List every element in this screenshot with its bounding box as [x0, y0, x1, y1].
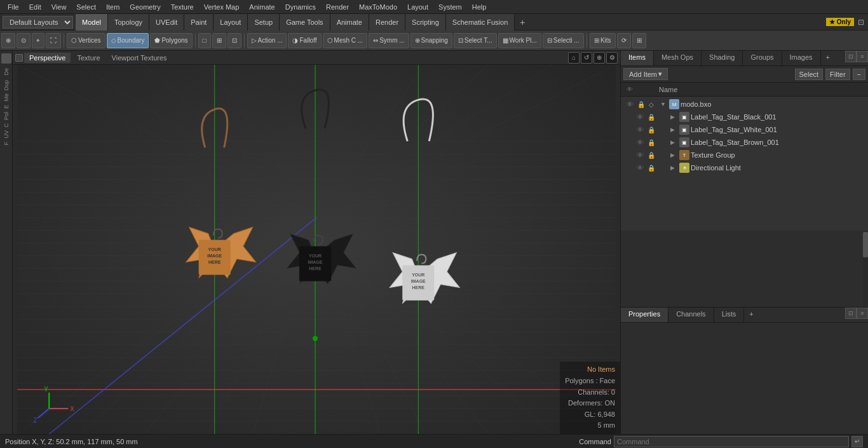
viewport-3d[interactable]: YOUR IMAGE HERE YOUR IMAGE HERE: [13, 65, 620, 434]
eye-icon-black-tag[interactable]: 👁: [634, 113, 646, 121]
paint-btn[interactable]: ⊞: [212, 33, 226, 48]
viewport-rotate-btn[interactable]: ↺: [581, 52, 592, 64]
tab-animate[interactable]: Animate: [330, 14, 369, 31]
bottom-panel-settings-btn[interactable]: ≡: [857, 308, 868, 319]
right-tab-mesh-ops[interactable]: Mesh Ops: [654, 51, 702, 65]
tab-layout[interactable]: Layout: [214, 14, 248, 31]
snapping-btn[interactable]: ⊕ Snapping: [410, 33, 452, 48]
bottom-panel-expand-btn[interactable]: ⊡: [845, 308, 857, 319]
panel-expand-btn[interactable]: ⊡: [845, 51, 857, 62]
grid2-btn[interactable]: ⊞: [632, 33, 646, 48]
menu-vertex-map[interactable]: Vertex Map: [199, 2, 245, 12]
tab-render[interactable]: Render: [369, 14, 405, 31]
action-btn[interactable]: ▷ Action ...: [247, 33, 287, 48]
add-layout-tab-button[interactable]: +: [515, 15, 530, 29]
menu-render[interactable]: Render: [321, 2, 354, 12]
items-scrollbar-thumb[interactable]: [863, 232, 868, 257]
tree-item-modo-bxo[interactable]: 👁 🔒 ◇ ▼ M modo.bxo: [621, 98, 868, 111]
eye-icon-brown-tag[interactable]: 👁: [634, 139, 646, 146]
panel-settings-btn[interactable]: ≡: [857, 51, 868, 62]
layout-dropdown[interactable]: Default Layouts: [3, 16, 73, 29]
menu-system[interactable]: System: [433, 2, 467, 12]
viewport-tab-texture[interactable]: Texture: [72, 53, 105, 63]
tab-setup[interactable]: Setup: [248, 14, 280, 31]
expand-arrow-light[interactable]: ▶: [670, 165, 678, 171]
tab-topology[interactable]: Topology: [108, 14, 149, 31]
maximize-layout-button[interactable]: ⊡: [854, 17, 868, 28]
vertices-btn[interactable]: ⬡ Vertices: [67, 33, 105, 48]
tree-item-black-tag[interactable]: 👁 🔒 ▶ ▣ Label_Tag_Star_Black_001: [621, 111, 868, 123]
sidebar-toggle[interactable]: [1, 53, 11, 64]
right-tab-shading[interactable]: Shading: [702, 51, 743, 65]
grid-btn[interactable]: ⊙: [17, 33, 31, 48]
expand-arrow-modo-bxo[interactable]: ▼: [660, 101, 668, 107]
eye-icon-modo-bxo[interactable]: 👁: [623, 100, 636, 108]
add-bottom-tab-button[interactable]: +: [744, 308, 758, 322]
snap-btn[interactable]: ⌖: [32, 33, 44, 48]
right-tab-groups[interactable]: Groups: [743, 51, 782, 65]
expand-arrow-brown-tag[interactable]: ▶: [670, 139, 678, 146]
boundary-btn[interactable]: ◇ Boundary: [107, 33, 149, 48]
right-tab-items[interactable]: Items: [621, 51, 654, 65]
viewport-tab-perspective[interactable]: Perspective: [24, 53, 71, 63]
falloff-btn[interactable]: ◑ Falloff: [288, 33, 321, 48]
items-filter-button[interactable]: Filter: [825, 69, 850, 80]
menu-file[interactable]: File: [3, 2, 24, 12]
viewport-home-btn[interactable]: ⌂: [568, 52, 580, 64]
viewport-tab-viewport-textures[interactable]: Viewport Textures: [107, 53, 172, 63]
polygons-btn[interactable]: ⬟ Polygons: [150, 33, 192, 48]
menu-texture[interactable]: Texture: [166, 2, 199, 12]
loop-btn[interactable]: ⊡: [227, 33, 241, 48]
tab-paint[interactable]: Paint: [184, 14, 214, 31]
menu-view[interactable]: View: [46, 2, 72, 12]
items-minus-button[interactable]: −: [853, 69, 865, 80]
tab-scripting[interactable]: Scripting: [405, 14, 446, 31]
right-tab-images[interactable]: Images: [782, 51, 821, 65]
tree-item-light[interactable]: 👁 🔒 ▶ ☀ Directional Light: [621, 161, 868, 174]
viewport-zoom-btn[interactable]: ⊕: [593, 52, 605, 64]
command-input[interactable]: [614, 436, 849, 447]
menu-select[interactable]: Select: [71, 2, 101, 12]
menu-dynamics[interactable]: Dynamics: [280, 2, 321, 12]
tree-item-brown-tag[interactable]: 👁 🔒 ▶ ▣ Label_Tag_Star_Brown_001: [621, 136, 868, 149]
right-bottom-tab-lists[interactable]: Lists: [714, 308, 745, 322]
select-tools-btn[interactable]: ⊡ Select T...: [454, 33, 497, 48]
eye-icon-texture-group[interactable]: 👁: [634, 151, 646, 159]
menu-item[interactable]: Item: [101, 2, 125, 12]
menu-edit[interactable]: Edit: [24, 2, 46, 12]
add-item-button[interactable]: Add Item ▾: [623, 68, 668, 80]
menu-geometry[interactable]: Geometry: [125, 2, 165, 12]
tree-item-white-tag[interactable]: 👁 🔒 ▶ ▣ Label_Tag_Star_White_001: [621, 123, 868, 136]
right-bottom-tab-properties[interactable]: Properties: [621, 308, 668, 322]
selection-btn[interactable]: ⊟ Selecti ...: [543, 33, 584, 48]
right-bottom-tab-channels[interactable]: Channels: [668, 308, 714, 322]
menu-layout[interactable]: Layout: [402, 2, 433, 12]
tab-model[interactable]: Model: [76, 14, 108, 31]
kits-btn[interactable]: ⊞ Kits: [590, 33, 616, 48]
menu-animate[interactable]: Animate: [244, 2, 280, 12]
tab-uvedit[interactable]: UVEdit: [149, 14, 184, 31]
expand-arrow-black-tag[interactable]: ▶: [670, 114, 678, 120]
toggle-btn[interactable]: ⊕: [1, 33, 15, 48]
expand-arrow-texture-group[interactable]: ▶: [670, 152, 678, 158]
workplane-btn[interactable]: ⛶: [46, 33, 61, 48]
menu-help[interactable]: Help: [467, 2, 492, 12]
mesh-btn[interactable]: ⬡ Mesh C ...: [323, 33, 368, 48]
items-scrollbar[interactable]: [863, 231, 868, 307]
work-plane-btn[interactable]: ▦ Work Pl...: [498, 33, 541, 48]
viewport-settings-btn[interactable]: ⚙: [606, 52, 618, 64]
command-enter-button[interactable]: ↵: [851, 436, 863, 447]
refresh-btn[interactable]: ⟳: [617, 33, 631, 48]
select-mode-btn[interactable]: □: [198, 33, 211, 48]
items-select-button[interactable]: Select: [795, 69, 824, 80]
tab-game-tools[interactable]: Game Tools: [280, 14, 330, 31]
add-right-tab-button[interactable]: +: [821, 51, 835, 65]
only-badge[interactable]: ★ Only: [826, 18, 854, 26]
menu-maxtomodo[interactable]: MaxToModo: [354, 2, 402, 12]
expand-arrow-white-tag[interactable]: ▶: [670, 126, 678, 133]
eye-icon-white-tag[interactable]: 👁: [634, 126, 646, 133]
tab-schematic-fusion[interactable]: Schematic Fusion: [446, 14, 515, 31]
tree-item-texture-group[interactable]: 👁 🔒 ▶ T Texture Group: [621, 149, 868, 161]
symmetry-btn[interactable]: ⇔ Symm ...: [369, 33, 409, 48]
eye-icon-light[interactable]: 👁: [634, 164, 646, 172]
